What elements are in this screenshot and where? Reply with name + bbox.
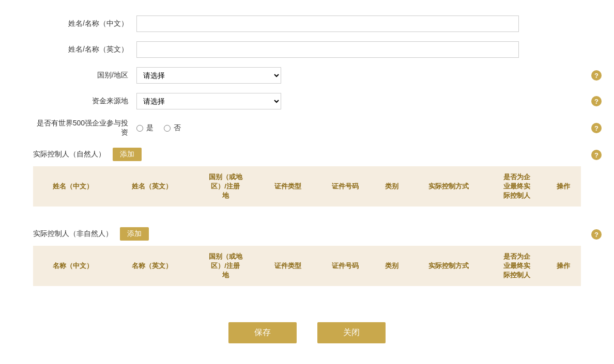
section2-col-country: 国别（或地区）/注册地 <box>191 246 259 286</box>
fortune500-radio-group: 是 否 <box>136 123 181 133</box>
save-button[interactable]: 保存 <box>228 322 297 343</box>
name-en-label: 姓名/名称（英文） <box>33 45 136 54</box>
section1-col-final-control: 是否为企业最终实际控制人 <box>488 166 546 207</box>
fortune500-yes-label: 是 <box>146 123 154 133</box>
section2-table-header-row: 名称（中文） 名称（英文） 国别（或地区）/注册地 证件类型 证件号码 类别 实… <box>33 246 581 286</box>
section1-col-name-cn: 姓名（中文） <box>33 166 112 207</box>
section1-col-operation: 操作 <box>546 166 581 207</box>
fortune500-yes-option[interactable]: 是 <box>136 123 154 133</box>
country-help-icon[interactable]: ? <box>591 70 602 81</box>
section2-col-cert-num: 证件号码 <box>317 246 374 286</box>
fortune500-label: 是否有世界500强企业参与投资 <box>33 119 136 137</box>
section1-col-control-mode: 实际控制方式 <box>409 166 488 207</box>
fortune500-yes-radio[interactable] <box>136 125 143 132</box>
bottom-buttons: 保存 关闭 <box>33 322 581 343</box>
fortune500-help-icon[interactable]: ? <box>591 123 602 133</box>
section1-col-category: 类别 <box>374 166 409 207</box>
section1-table: 姓名（中文） 姓名（英文） 国别（或地区）/注册地 证件类型 证件号码 类别 实… <box>33 166 581 217</box>
section2-col-control-mode: 实际控制方式 <box>409 246 488 286</box>
section2-col-cert-type: 证件类型 <box>259 246 317 286</box>
section2-title: 实际控制人（非自然人） <box>33 229 113 239</box>
section1-col-cert-num: 证件号码 <box>317 166 374 207</box>
section2-table: 名称（中文） 名称（英文） 国别（或地区）/注册地 证件类型 证件号码 类别 实… <box>33 246 581 296</box>
section1-empty-row <box>33 207 581 217</box>
section1-col-name-en: 姓名（英文） <box>112 166 191 207</box>
country-label: 国别/地区 <box>33 71 136 80</box>
section2-col-category: 类别 <box>374 246 409 286</box>
section2-col-name-cn: 名称（中文） <box>33 246 112 286</box>
section2-col-final-control: 是否为企业最终实际控制人 <box>488 246 546 286</box>
name-cn-label: 姓名/名称（中文） <box>33 19 136 28</box>
section2-header: 实际控制人（非自然人） 添加 ? <box>33 227 581 241</box>
section2-col-name-en: 名称（英文） <box>112 246 191 286</box>
name-en-input[interactable] <box>136 41 519 58</box>
section2-empty-row <box>33 286 581 296</box>
funds-label: 资金来源地 <box>33 97 136 106</box>
fortune500-no-radio[interactable] <box>164 125 171 132</box>
section1-add-button[interactable]: 添加 <box>113 148 142 161</box>
name-cn-input[interactable] <box>136 15 519 32</box>
section1-title: 实际控制人（自然人） <box>33 150 105 159</box>
fortune500-no-label: 否 <box>174 123 181 133</box>
section1-col-country: 国别（或地区）/注册地 <box>191 166 259 207</box>
section1-help-icon[interactable]: ? <box>591 150 602 160</box>
section1-col-cert-type: 证件类型 <box>259 166 317 207</box>
section2-col-operation: 操作 <box>546 246 581 286</box>
section1-header: 实际控制人（自然人） 添加 ? <box>33 148 581 161</box>
funds-select[interactable]: 请选择 <box>136 93 281 109</box>
country-select[interactable]: 请选择 <box>136 67 281 84</box>
section2-add-button[interactable]: 添加 <box>120 227 149 241</box>
section1-table-header-row: 姓名（中文） 姓名（英文） 国别（或地区）/注册地 证件类型 证件号码 类别 实… <box>33 166 581 207</box>
funds-help-icon[interactable]: ? <box>591 96 602 106</box>
section2-help-icon[interactable]: ? <box>591 229 602 240</box>
close-button[interactable]: 关闭 <box>317 322 386 343</box>
fortune500-no-option[interactable]: 否 <box>164 123 181 133</box>
